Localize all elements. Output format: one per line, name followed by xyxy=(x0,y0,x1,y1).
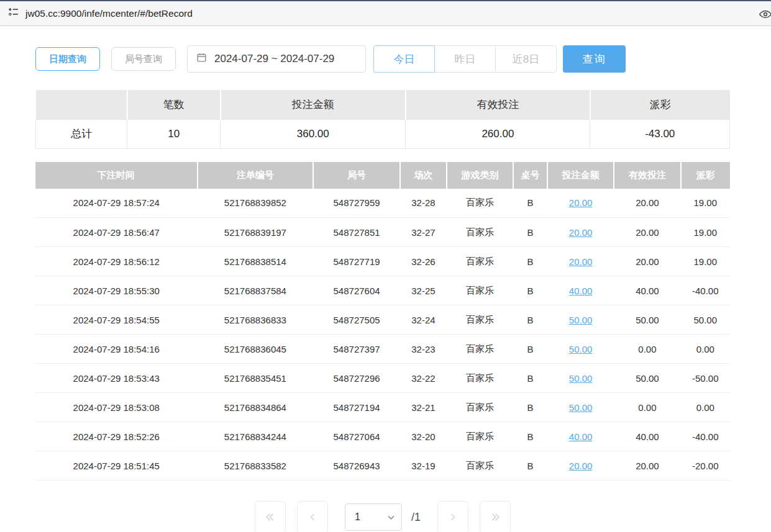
summary-header-valid-bet: 有效投注 xyxy=(406,90,590,119)
double-chevron-left-icon xyxy=(264,512,276,523)
cell-table-no: B xyxy=(513,247,547,276)
bet-amount-link[interactable]: 20.00 xyxy=(569,197,593,208)
cell-bet-id: 521768833582 xyxy=(198,451,314,480)
col-header-round-id: 局号 xyxy=(313,162,400,189)
bet-amount-link[interactable]: 20.00 xyxy=(569,227,593,238)
cell-bet-id: 521768837584 xyxy=(198,276,314,305)
cell-table-no: B xyxy=(513,276,547,305)
yesterday-button[interactable]: 昨日 xyxy=(434,45,496,73)
cell-payout: 0.00 xyxy=(681,335,730,364)
cell-table-no: B xyxy=(513,218,547,247)
cell-valid-bet: 20.00 xyxy=(614,451,680,480)
table-row: 2024-07-29 18:57:24 521768839852 5487279… xyxy=(35,189,730,218)
cell-round-id: 548727194 xyxy=(313,393,400,422)
table-row: 2024-07-29 18:53:08 521768834864 5487271… xyxy=(35,393,730,422)
bet-amount-link[interactable]: 40.00 xyxy=(569,431,593,442)
cell-table-no: B xyxy=(513,305,547,335)
page-select[interactable]: 1 xyxy=(345,503,402,531)
bet-amount-link[interactable]: 50.00 xyxy=(569,315,593,325)
summary-header-count: 笔数 xyxy=(127,90,221,119)
col-header-bet-id: 注单编号 xyxy=(198,162,314,189)
cell-round-id: 548727959 xyxy=(313,189,400,218)
page-total-label: /1 xyxy=(411,511,421,524)
reader-eye-icon[interactable] xyxy=(758,7,771,24)
cell-valid-bet: 50.00 xyxy=(614,305,680,335)
bet-records-table: 下注时间 注单编号 局号 场次 游戏类别 桌号 投注金额 有效投注 派彩 202… xyxy=(35,162,730,481)
cell-round-id: 548727851 xyxy=(313,218,400,247)
cell-valid-bet: 40.00 xyxy=(614,276,680,305)
cell-payout: 19.00 xyxy=(681,189,730,218)
table-row: 2024-07-29 18:56:47 521768839197 5487278… xyxy=(35,218,730,247)
today-button[interactable]: 今日 xyxy=(373,45,435,73)
search-button[interactable]: 查询 xyxy=(563,45,626,73)
col-header-game-type: 游戏类别 xyxy=(447,162,513,189)
cell-bet-time: 2024-07-29 18:54:55 xyxy=(35,305,198,335)
records-header-row: 下注时间 注单编号 局号 场次 游戏类别 桌号 投注金额 有效投注 派彩 xyxy=(35,162,730,189)
tab-list-icon[interactable] xyxy=(7,6,19,20)
cell-bet-id: 521768835451 xyxy=(198,364,314,393)
last-8-days-button[interactable]: 近8日 xyxy=(495,45,557,73)
next-page-button[interactable] xyxy=(437,501,468,532)
table-row: 2024-07-29 18:55:30 521768837584 5487276… xyxy=(35,276,730,305)
chevron-right-icon xyxy=(448,512,458,523)
table-row: 2024-07-29 18:54:55 521768836833 5487275… xyxy=(35,305,730,335)
cell-table-no: B xyxy=(513,364,547,393)
cell-bet-time: 2024-07-29 18:55:30 xyxy=(35,276,198,305)
bet-amount-link[interactable]: 20.00 xyxy=(569,256,593,267)
filter-row: 日期查询 局号查询 2024-07-29 ~ 2024-07-29 今日 昨日 … xyxy=(35,45,730,73)
cell-game-type: 百家乐 xyxy=(447,247,513,276)
cell-game-type: 百家乐 xyxy=(447,422,513,451)
bet-amount-link[interactable]: 40.00 xyxy=(569,286,593,296)
bet-amount-link[interactable]: 50.00 xyxy=(569,373,593,384)
cell-bet-time: 2024-07-29 18:57:24 xyxy=(35,189,198,218)
cell-round-id: 548726943 xyxy=(313,451,400,480)
cell-payout: 19.00 xyxy=(681,218,730,247)
table-row: 2024-07-29 18:56:12 521768838514 5487277… xyxy=(35,247,730,276)
cell-game-type: 百家乐 xyxy=(447,305,513,335)
cell-valid-bet: 20.00 xyxy=(614,247,680,276)
round-query-tab[interactable]: 局号查询 xyxy=(111,47,176,71)
cell-table-no: B xyxy=(513,335,547,364)
cell-bet-id: 521768834864 xyxy=(198,393,314,422)
cell-game-type: 百家乐 xyxy=(447,393,513,422)
col-header-session: 场次 xyxy=(400,162,447,189)
date-range-input[interactable]: 2024-07-29 ~ 2024-07-29 xyxy=(187,45,366,73)
cell-valid-bet: 20.00 xyxy=(614,218,680,247)
cell-session: 32-21 xyxy=(400,393,447,422)
cell-bet-amount: 50.00 xyxy=(547,335,614,364)
address-bar[interactable]: jw05.cc:9900/infe/mcenter/#/betRecord xyxy=(0,0,771,26)
summary-header-blank xyxy=(36,90,127,119)
last-page-button[interactable] xyxy=(480,501,511,532)
bet-amount-link[interactable]: 50.00 xyxy=(569,344,593,354)
cell-round-id: 548727719 xyxy=(313,247,400,276)
table-row: 2024-07-29 18:54:16 521768836045 5487273… xyxy=(35,335,730,364)
cell-session: 32-25 xyxy=(400,276,447,305)
cell-valid-bet: 0.00 xyxy=(614,335,680,364)
cell-payout: 0.00 xyxy=(681,393,730,422)
cell-table-no: B xyxy=(513,451,547,480)
cell-payout: -40.00 xyxy=(681,422,730,451)
col-header-table-no: 桌号 xyxy=(513,162,547,189)
summary-total-label: 总计 xyxy=(36,119,127,148)
cell-table-no: B xyxy=(513,393,547,422)
bet-amount-link[interactable]: 20.00 xyxy=(569,461,593,471)
first-page-button[interactable] xyxy=(255,501,286,532)
cell-bet-amount: 20.00 xyxy=(547,247,614,276)
col-header-payout: 派彩 xyxy=(681,162,730,189)
cell-game-type: 百家乐 xyxy=(447,276,513,305)
cell-bet-amount: 20.00 xyxy=(547,218,614,247)
bet-amount-link[interactable]: 50.00 xyxy=(569,402,593,413)
cell-round-id: 548727397 xyxy=(313,335,400,364)
cell-bet-id: 521768836833 xyxy=(198,305,314,335)
date-query-tab[interactable]: 日期查询 xyxy=(35,47,100,71)
cell-bet-id: 521768836045 xyxy=(198,335,314,364)
page-select-value: 1 xyxy=(355,512,360,523)
cell-payout: -20.00 xyxy=(681,451,730,480)
prev-page-button[interactable] xyxy=(297,501,328,532)
url-text[interactable]: jw05.cc:9900/infe/mcenter/#/betRecord xyxy=(25,8,193,19)
cell-payout: 19.00 xyxy=(681,247,730,276)
cell-bet-id: 521768839197 xyxy=(198,218,314,247)
cell-session: 32-28 xyxy=(400,189,447,218)
col-header-valid-bet: 有效投注 xyxy=(614,162,680,189)
chevron-down-icon xyxy=(387,514,395,521)
